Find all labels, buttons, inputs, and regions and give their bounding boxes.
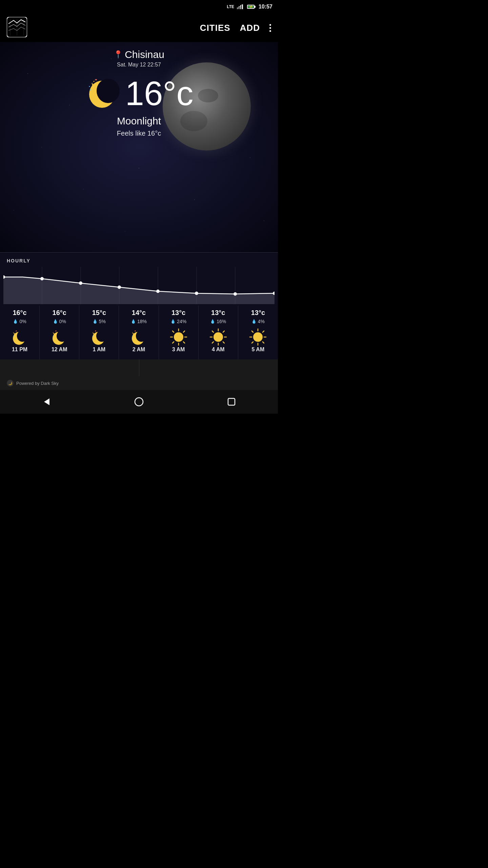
svg-point-42 xyxy=(56,331,57,332)
svg-line-65 xyxy=(172,342,174,343)
city-name: 📍 Chisinau xyxy=(10,49,268,60)
svg-point-25 xyxy=(156,290,160,293)
location-pin-icon: 📍 xyxy=(114,50,123,59)
hourly-item: 15°c 💧 5% + + 1 AM xyxy=(79,305,119,359)
hourly-item: 14°c 💧 18% + + 2 AM xyxy=(119,305,159,359)
hourly-section: HOURLY 16°c xyxy=(0,252,278,390)
rain-drop-icon: 💧 xyxy=(210,319,215,324)
svg-point-49 xyxy=(95,331,96,332)
hourly-precip: 💧 18% xyxy=(131,319,147,324)
hourly-precip: 💧 24% xyxy=(170,319,186,324)
battery-icon: ⚡ xyxy=(247,5,255,9)
precip-value: 0% xyxy=(19,319,26,324)
svg-line-62 xyxy=(172,331,174,332)
hourly-label: HOURLY xyxy=(0,252,278,267)
hourly-temp: 16°c xyxy=(13,309,26,317)
svg-line-82 xyxy=(263,331,264,332)
weather-card: 📍 Chisinau Sat. May 12 22:57 + + 16°c xyxy=(0,42,278,252)
hourly-temp: 13°c xyxy=(251,309,265,317)
svg-rect-86 xyxy=(228,398,235,405)
more-menu-button[interactable] xyxy=(269,24,271,32)
hourly-precip: 💧 5% xyxy=(93,319,106,324)
hourly-temp: 13°c xyxy=(211,309,225,317)
svg-point-56 xyxy=(135,331,136,332)
rain-drop-icon: 💧 xyxy=(53,319,58,324)
dot xyxy=(269,27,271,29)
svg-point-57 xyxy=(174,332,183,342)
rain-drop-icon: 💧 xyxy=(93,319,98,324)
hourly-precip: 💧 4% xyxy=(251,319,265,324)
temperature-display: 16°c xyxy=(125,76,193,110)
svg-point-34 xyxy=(13,336,14,336)
svg-point-48 xyxy=(93,336,93,336)
hourly-weather-icon: + + xyxy=(89,328,108,347)
svg-point-30 xyxy=(17,330,28,342)
status-bar: LTE ⚡ 10:57 xyxy=(0,0,278,14)
precip-value: 0% xyxy=(59,319,66,324)
hourly-item: 16°c 💧 0% + + 11 PM xyxy=(0,305,40,359)
svg-line-81 xyxy=(263,342,264,343)
rain-drop-icon: 💧 xyxy=(170,319,176,324)
hourly-temp: 16°c xyxy=(53,309,66,317)
svg-point-35 xyxy=(16,331,17,332)
hourly-item: 13°c 💧 4% 5 AM xyxy=(238,305,278,359)
svg-point-85 xyxy=(135,398,143,406)
back-button[interactable] xyxy=(40,395,53,409)
svg-point-22 xyxy=(40,277,44,280)
precip-value: 18% xyxy=(137,319,147,324)
svg-point-75 xyxy=(253,332,263,342)
svg-point-24 xyxy=(118,285,121,289)
precip-value: 16% xyxy=(217,319,226,324)
hourly-weather-icon xyxy=(248,328,267,347)
temperature-row: + + 16°c xyxy=(10,75,268,112)
svg-text:+: + xyxy=(13,332,14,334)
svg-point-51 xyxy=(136,330,147,342)
svg-point-23 xyxy=(79,281,82,285)
hourly-scroll[interactable]: 16°c 💧 0% + + 11 PM 16°c 💧 0% xyxy=(0,305,278,359)
status-time: 10:57 xyxy=(259,4,272,10)
hourly-precip: 💧 0% xyxy=(53,319,66,324)
hourly-time: 1 AM xyxy=(93,347,106,353)
hourly-time: 4 AM xyxy=(212,347,225,353)
svg-point-66 xyxy=(214,332,223,342)
hourly-precip: 💧 0% xyxy=(13,319,26,324)
hourly-item: 16°c 💧 0% + + 12 AM xyxy=(40,305,79,359)
svg-text:+: + xyxy=(91,82,93,85)
svg-line-80 xyxy=(252,331,253,332)
hourly-weather-icon: + + xyxy=(129,328,148,347)
svg-line-73 xyxy=(223,331,224,332)
rain-drop-icon: 💧 xyxy=(251,319,257,324)
hourly-temp: 14°c xyxy=(132,309,146,317)
svg-line-63 xyxy=(183,342,185,343)
hourly-time: 12 AM xyxy=(52,347,67,353)
lte-indicator: LTE xyxy=(227,4,234,9)
add-button[interactable]: ADD xyxy=(240,23,260,33)
hourly-precip: 💧 16% xyxy=(210,319,226,324)
cities-button[interactable]: CITIES xyxy=(200,23,230,33)
signal-icon xyxy=(237,4,243,9)
hourly-temp: 13°c xyxy=(171,309,185,317)
svg-text:+: + xyxy=(92,332,94,334)
svg-point-7 xyxy=(97,79,120,103)
dot xyxy=(269,30,271,32)
precip-value: 24% xyxy=(177,319,186,324)
hourly-weather-icon: + + xyxy=(10,328,29,347)
bar-segment xyxy=(0,359,139,376)
scroll-bar xyxy=(0,359,278,376)
svg-point-12 xyxy=(89,86,90,87)
powered-by-text: Powered by Dark Sky xyxy=(16,381,59,386)
bar-segment xyxy=(139,359,278,376)
svg-line-83 xyxy=(252,342,253,343)
svg-text:+: + xyxy=(53,332,54,334)
precip-value: 5% xyxy=(99,319,106,324)
darksky-icon: 🌙 xyxy=(7,380,14,387)
hourly-weather-icon: + + xyxy=(50,328,69,347)
recents-button[interactable] xyxy=(225,395,238,409)
header-actions: CITIES ADD xyxy=(200,23,271,33)
app-header: CITIES ADD xyxy=(0,14,278,42)
app-logo[interactable] xyxy=(7,17,27,39)
svg-text:+: + xyxy=(95,78,96,81)
precip-value: 4% xyxy=(258,319,265,324)
hourly-item: 13°c 💧 16% 4 AM xyxy=(199,305,238,359)
home-button[interactable] xyxy=(132,395,146,409)
